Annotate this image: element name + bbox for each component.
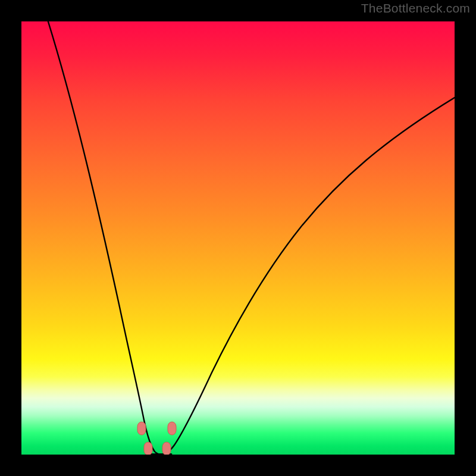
chart-frame: TheBottleneck.com xyxy=(0,0,476,476)
watermark-text: TheBottleneck.com xyxy=(361,1,470,15)
plot-area xyxy=(21,21,455,455)
gradient-background xyxy=(21,21,455,455)
